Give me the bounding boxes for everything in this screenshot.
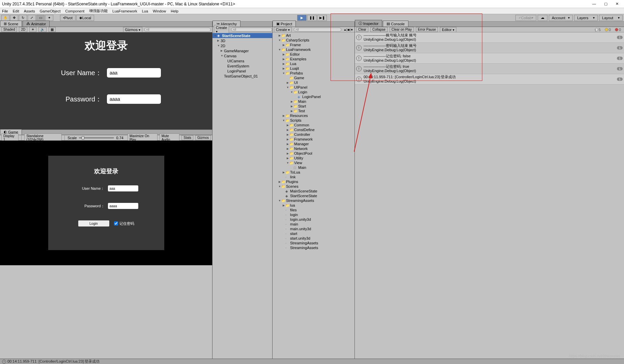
game-viewport[interactable]: 欢迎登录 User Name： Password： Login 记住密码 [0, 141, 212, 265]
project-item[interactable]: ▶📁Editor [273, 52, 354, 57]
project-item[interactable]: ▼📁StreamingAssets [273, 198, 354, 203]
2d-toggle[interactable]: 2D [19, 27, 27, 32]
project-item[interactable]: ▶📁Start [273, 104, 354, 109]
project-item[interactable]: ◈LoginPanel [273, 94, 354, 99]
project-item[interactable]: ▶📁Test [273, 109, 354, 113]
scale-slider[interactable] [79, 137, 114, 139]
menu-window[interactable]: Window [153, 9, 166, 13]
project-item[interactable]: ▶📁Art [273, 33, 354, 38]
scale-tool-icon[interactable]: ⤢ [28, 15, 36, 21]
tab-scene[interactable]: ⊞Scene [0, 21, 22, 27]
hierarchy-tree[interactable]: ▼◈StartSceneState▶3D▼2D▶GameManager▼Canv… [212, 32, 272, 79]
project-item[interactable]: ▫StreamingAssets [273, 245, 354, 250]
shaded-dropdown[interactable]: Shaded [1, 27, 17, 32]
move-tool-icon[interactable]: ✥ [10, 15, 18, 21]
project-item[interactable]: ⊡Main [273, 165, 354, 170]
project-item[interactable]: ▶📁Resources [273, 113, 354, 118]
pivot-toggle[interactable]: ▪ Pivot [60, 15, 76, 21]
username-input-small[interactable] [108, 185, 138, 191]
rotate-tool-icon[interactable]: ↻ [19, 15, 27, 21]
project-item[interactable]: ▶📁Manager [273, 142, 354, 146]
scene-viewport[interactable]: 欢迎登录 User Name： Password： [0, 32, 212, 129]
console-clear-button[interactable]: Clear [356, 27, 368, 32]
menu-enhanced[interactable]: 增强版功能 [89, 8, 108, 13]
console-clearonplay-toggle[interactable]: Clear on Play [390, 27, 414, 32]
project-item[interactable]: ▶📁Network [273, 146, 354, 151]
project-item[interactable]: ▶📁Main [273, 99, 354, 104]
console-editor-dropdown[interactable]: Editor ▾ [440, 27, 456, 32]
game-gizmos-dropdown[interactable]: Gizmos [195, 135, 211, 140]
project-item[interactable]: ▶📁lua [273, 203, 354, 208]
console-log-entry[interactable]: !------------------记住密码: trueUnityEngine… [355, 64, 624, 74]
project-item[interactable]: ▶📁Utility [273, 156, 354, 160]
hierarchy-item[interactable]: ▼2D [212, 43, 272, 48]
stats-toggle[interactable]: Stats [181, 135, 193, 140]
project-item[interactable]: ▫files [273, 208, 354, 212]
project-item[interactable]: ▶📁Examples [273, 57, 354, 61]
tab-inspector[interactable]: ⓘInspector [355, 20, 382, 27]
project-item[interactable]: ▶📁Framework [273, 137, 354, 142]
scene-search[interactable] [144, 28, 211, 32]
project-tree[interactable]: ▶📁Art▼📁CsharpScripts▶📁Frame▼📁LuaFramewor… [273, 32, 354, 251]
project-item[interactable]: ◈StartSceneState [273, 193, 354, 198]
step-button[interactable]: ▶❚ [317, 15, 327, 21]
hierarchy-search[interactable] [231, 28, 272, 32]
project-item[interactable]: ▫login.unity3d [273, 217, 354, 222]
project-search[interactable] [294, 28, 342, 32]
play-button[interactable]: ▶ [297, 15, 307, 21]
project-item[interactable]: ▶📁ObjectPool [273, 151, 354, 156]
tab-animator[interactable]: ⁂Animator [23, 21, 50, 27]
menu-file[interactable]: File [2, 9, 8, 13]
collab-dropdown[interactable]: ✓ Collab ▾ [515, 15, 536, 21]
layout-dropdown[interactable]: Layout ▾ [599, 15, 623, 21]
console-errorpause-toggle[interactable]: Error Pause [416, 27, 438, 32]
console-log-entry[interactable]: !------------------密码输入结束 账号UnityEngine.… [355, 43, 624, 53]
hierarchy-item[interactable]: LoginPanel [212, 68, 272, 73]
rect-tool-icon[interactable]: ▭ [36, 15, 45, 21]
project-item[interactable]: ▫StreamingAssets [273, 241, 354, 245]
hierarchy-item[interactable]: EventSystem [212, 63, 272, 68]
filter-icon[interactable]: ▲|◆|★ [343, 28, 353, 31]
project-item[interactable]: ▼📁Scenes [273, 184, 354, 189]
cloud-button[interactable]: ☁ [538, 15, 547, 21]
gizmos-dropdown[interactable]: Gizmos ▾ [123, 27, 142, 32]
username-input[interactable] [107, 68, 161, 78]
hierarchy-item[interactable]: UICamera [212, 58, 272, 63]
close-icon[interactable]: ✕ [616, 2, 619, 6]
remember-checkbox-input[interactable] [114, 221, 118, 225]
project-item[interactable]: ▫link [273, 175, 354, 179]
console-list[interactable]: !------------------账号输入结束 账号UnityEngine.… [355, 32, 624, 195]
transform-tool-icon[interactable]: ✦ [45, 15, 53, 21]
console-collapse-toggle[interactable]: Collapse [370, 27, 388, 32]
project-item[interactable]: ▼📁Prefabs [273, 71, 354, 75]
hand-tool-icon[interactable]: ✋ [1, 15, 9, 21]
project-item[interactable]: ▼📁Login [273, 90, 354, 94]
menu-gameobject[interactable]: GameObject [40, 9, 61, 13]
minimize-icon[interactable]: — [592, 2, 596, 6]
tab-project[interactable]: ▣Project [273, 21, 296, 27]
project-item[interactable]: ▼📁View [273, 160, 354, 165]
audio-toggle[interactable]: 🔊 [38, 27, 47, 32]
pause-button[interactable]: ❚❚ [307, 15, 317, 21]
project-item[interactable]: ▫start [273, 231, 354, 236]
tab-console[interactable]: ▤Console [383, 21, 408, 27]
warn-count-badge[interactable]: 0 [603, 28, 613, 32]
menu-luaframework[interactable]: LuaFramework [112, 9, 137, 13]
menu-lua[interactable]: Lua [142, 9, 148, 13]
project-item[interactable]: ▼📁Scripts [273, 118, 354, 123]
project-item[interactable]: ▶📁Frame [273, 42, 354, 47]
password-input-small[interactable] [108, 203, 138, 209]
project-item[interactable]: ▫main.unity3d [273, 226, 354, 231]
project-item[interactable]: ▶📁Luajit [273, 66, 354, 71]
info-count-badge[interactable]: !5 [593, 28, 602, 32]
remember-checkbox[interactable]: 记住密码 [114, 221, 134, 226]
menu-help[interactable]: Help [171, 9, 178, 13]
hierarchy-item[interactable]: ▶3D [212, 38, 272, 43]
login-button[interactable]: Login [78, 220, 109, 226]
local-toggle[interactable]: ◉ Local [76, 15, 94, 21]
project-item[interactable]: ◈MainSceneState [273, 189, 354, 193]
layers-dropdown[interactable]: Layers ▾ [574, 15, 598, 21]
hierarchy-item[interactable]: ▼Canvas [212, 53, 272, 58]
menu-edit[interactable]: Edit [13, 9, 19, 13]
project-item[interactable]: ▫start.unity3d [273, 236, 354, 241]
